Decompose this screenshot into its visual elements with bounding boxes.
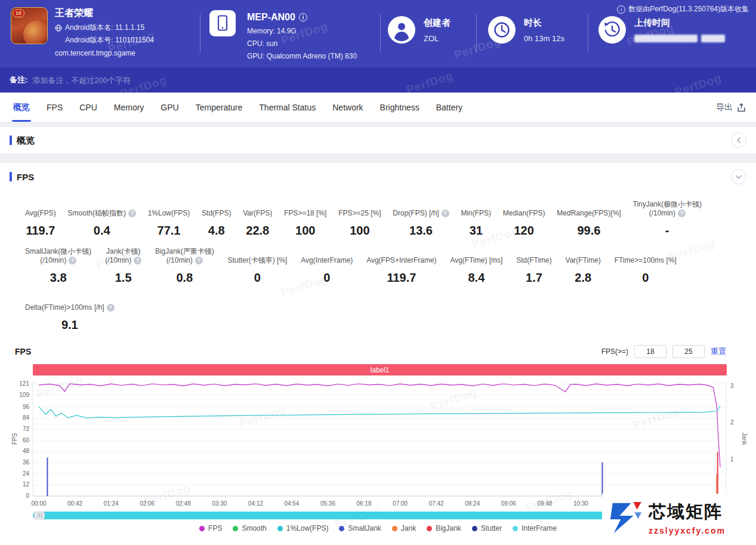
stat-label: Avg(InterFrame) [301,256,353,265]
stat-cell: Stutter(卡顿率) [%]0 [227,246,287,285]
fps-stats-row-2: SmallJank(微小卡顿)(/10min)?3.8Jank(卡顿)(/10m… [25,246,677,285]
tab-FPS[interactable]: FPS [38,93,71,122]
fps-threshold-input-1[interactable] [634,345,666,358]
legend-dot [199,526,205,531]
reset-button[interactable]: 重置 [711,346,726,357]
app-name: 王者荣耀 [55,7,154,20]
fps-threshold-controls: FPS(>=) 重置 [601,345,726,358]
overview-section: 概览 [0,127,756,153]
legend-dot [339,526,344,531]
stat-cell: FPS>=18 [%]100 [284,199,326,238]
legend-label: SmallJank [348,524,381,532]
legend-item-Stutter[interactable]: Stutter [472,524,502,532]
collect-note-text: 数据由PerfDog(11.3.250764)版本收集 [628,4,749,14]
fps-threshold-input-2[interactable] [672,345,705,358]
tab-Battery[interactable]: Battery [428,93,471,122]
stat-value: 119.7 [26,224,55,238]
help-icon[interactable]: ? [107,304,115,312]
overview-section-title: 概览 [10,135,35,146]
legend-item-SmallJank[interactable]: SmallJank [339,524,381,532]
stat-cell: Avg(FTime) [ms]8.4 [450,246,502,285]
fps-collapse-button[interactable] [731,169,746,184]
svg-text:FPS: FPS [11,433,18,445]
overview-collapse-button[interactable] [731,133,746,148]
svg-text:121: 121 [19,380,29,387]
stat-cell: FTime>=100ms [%]0 [615,246,677,285]
svg-text:48: 48 [23,448,30,454]
help-icon[interactable]: ? [678,210,686,217]
scrollbar-handle[interactable] [34,512,45,519]
help-icon[interactable]: ? [69,257,76,264]
legend-item-1%Low(FPS)[interactable]: 1%Low(FPS) [277,524,329,532]
tab-bar: 概览FPSCPUMemoryGPUTemperatureThermal Stat… [0,93,756,122]
tab-Thermal Status[interactable]: Thermal Status [251,93,324,122]
svg-text:03:30: 03:30 [212,500,227,507]
export-icon [736,103,746,113]
tab-CPU[interactable]: CPU [71,93,106,122]
svg-text:04:54: 04:54 [284,500,299,507]
svg-text:72: 72 [23,426,30,432]
header-divider [200,14,200,53]
svg-text:07:42: 07:42 [429,500,444,507]
device-gpu: GPU: Qualcomm Adreno (TM) 830 [247,52,357,60]
site-logo-icon [608,500,643,535]
stat-cell: Delta(FTime)>100ms [/h]?9.1 [25,293,115,332]
tab-bar-tabs: 概览FPSCPUMemoryGPUTemperatureThermal Stat… [5,93,471,122]
help-icon[interactable]: ? [134,257,141,264]
stat-value: 0.4 [94,224,110,238]
android-version-name: Android版本名: 11.1.1.15 [65,23,144,33]
stat-cell: Avg(FPS+InterFrame)119.7 [366,246,436,285]
tab-Memory[interactable]: Memory [106,93,153,122]
stat-value: 2.8 [575,271,591,285]
stat-value: 0.8 [176,271,193,285]
stat-cell: Jank(卡顿)(/10min)?1.5 [105,246,141,285]
stat-cell: TinyJank(极微小卡顿)(/10min)?- [632,199,702,238]
legend-dot [472,526,477,531]
legend-item-BigJank[interactable]: BigJank [427,524,461,532]
stat-value: 100 [295,224,315,238]
stat-label: Var(FPS) [243,209,272,218]
legend-label: InterFrame [522,524,557,532]
stat-value: - [665,224,669,238]
stat-label: Std(FTime) [516,256,552,265]
tab-概览[interactable]: 概览 [5,93,38,122]
device-info-group: MEP-AN00 i Memory: 14.9G CPU: sun GPU: Q… [209,10,357,60]
section-accent-bar [10,172,12,181]
stat-value: 1.5 [115,271,132,285]
help-icon[interactable]: ? [128,210,136,217]
stat-value: 77.1 [158,224,181,238]
stat-value: 0 [254,271,261,285]
chart-label-banner: label1 [33,364,727,375]
help-icon[interactable]: ? [195,257,203,264]
device-info-icon[interactable]: i [299,13,307,21]
legend-item-FPS[interactable]: FPS [199,524,222,532]
stat-value: 22.8 [246,224,269,238]
stat-value: 100 [350,224,369,238]
tab-Network[interactable]: Network [324,93,371,122]
remark-input[interactable] [32,76,283,85]
game-art-decoration [23,21,48,44]
legend-item-Smooth[interactable]: Smooth [233,524,266,532]
tab-Brightness[interactable]: Brightness [372,93,428,122]
duration-value: 0h 13m 12s [524,34,564,43]
legend-item-Jank[interactable]: Jank [392,524,416,532]
fps-chart-title: FPS [15,347,31,356]
fps-chart-canvas[interactable]: 0122436486072849610912112300:0000:4201:2… [8,377,748,510]
export-button[interactable]: 导出 [716,93,746,122]
stat-value: 8.4 [468,271,485,285]
svg-text:01:24: 01:24 [104,500,119,507]
remark-label: 备注: [10,75,27,85]
stat-label: Avg(FPS+InterFrame) [366,256,436,265]
stat-value: 4.8 [208,224,225,238]
stat-label: MedRange(FPS)[%] [557,209,621,218]
tab-Temperature[interactable]: Temperature [187,93,251,122]
svg-text:0: 0 [26,492,29,499]
legend-item-InterFrame[interactable]: InterFrame [513,524,557,532]
creator-value: ZOL [424,34,450,43]
device-model: MEP-AN00 [247,12,295,23]
stat-label-sub: (/10min) [649,209,675,218]
tab-GPU[interactable]: GPU [152,93,187,122]
help-icon[interactable]: ? [442,210,449,217]
site-watermark-domain: zzslyyxcfy.com [649,526,726,535]
section-gap [0,153,756,163]
